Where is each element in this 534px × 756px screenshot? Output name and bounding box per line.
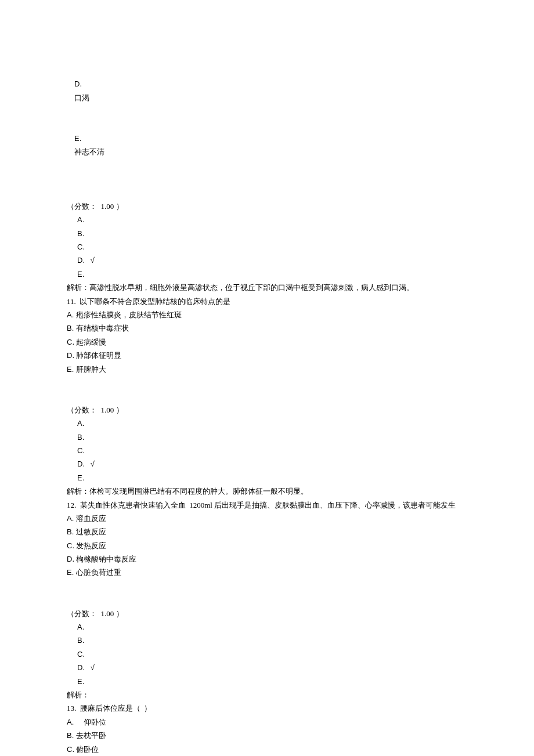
option-text: 口渴 xyxy=(74,93,89,102)
answer-e: E. xyxy=(67,267,467,281)
option-a: A. 疱疹性结膜炎，皮肤结节性红斑 xyxy=(67,308,467,321)
blank-line xyxy=(67,593,467,606)
blank-line xyxy=(67,389,467,403)
answer-c: C. xyxy=(67,240,467,254)
question-12: 12. 某失血性休克患者快速输入全血 1200ml 后出现手足抽搐、皮肤黏膜出血… xyxy=(67,498,467,702)
blank-line xyxy=(67,376,467,389)
option-b: B. 过敏反应 xyxy=(67,525,467,538)
option-letter: E. xyxy=(74,134,81,143)
blank-line xyxy=(67,580,467,593)
option-a: A. 溶血反应 xyxy=(67,512,467,525)
question-13: 13. 腰麻后体位应是（ ） A. 仰卧位 B. 去枕平卧 C. 俯卧位 D. … xyxy=(67,701,467,756)
answer-a: A. xyxy=(67,213,467,226)
question-11: 11. 以下哪条不符合原发型肺结核的临床特点的是 A. 疱疹性结膜炎，皮肤结节性… xyxy=(67,295,467,498)
option-c: C. 起病缓慢 xyxy=(67,335,467,349)
option-a: A. 仰卧位 xyxy=(67,715,467,729)
question-10-tail: D. 口渴 E. 神志不清 （分数： 1.00 ） A. B. C. D. √ … xyxy=(67,64,467,295)
question-stem: 11. 以下哪条不符合原发型肺结核的临床特点的是 xyxy=(67,295,467,308)
option-e: E. 心脏负荷过重 xyxy=(67,566,467,579)
answer-c: C. xyxy=(67,444,467,457)
blank-line xyxy=(67,186,467,200)
answer-c: C. xyxy=(67,648,467,661)
option-e: E. 神志不清 xyxy=(67,118,467,173)
option-letter: D. xyxy=(74,79,82,88)
option-b: B. 有结核中毒症状 xyxy=(67,321,467,335)
option-d: D. 口渴 xyxy=(67,64,467,118)
score-line: （分数： 1.00 ） xyxy=(67,200,467,213)
option-d: D. 枸橼酸钠中毒反应 xyxy=(67,552,467,566)
explanation: 解析：高渗性脱水早期，细胞外液呈高渗状态，位于视丘下部的口渴中枢受到高渗刺激，病… xyxy=(67,281,467,294)
option-b: B. 去枕平卧 xyxy=(67,729,467,742)
answer-a: A. xyxy=(67,417,467,430)
score-line: （分数： 1.00 ） xyxy=(67,607,467,620)
answer-e: E. xyxy=(67,675,467,688)
question-stem: 13. 腰麻后体位应是（ ） xyxy=(67,701,467,715)
option-text: 神志不清 xyxy=(74,147,104,156)
answer-b: B. xyxy=(67,227,467,240)
score-line: （分数： 1.00 ） xyxy=(67,403,467,417)
option-e: E. 肝脾肿大 xyxy=(67,363,467,376)
answer-d: D. √ xyxy=(67,661,467,674)
answer-b: B. xyxy=(67,431,467,444)
answer-e: E. xyxy=(67,471,467,484)
explanation: 解析：体检可发现周围淋巴结有不同程度的肿大。肺部体征一般不明显。 xyxy=(67,484,467,498)
answer-d: D. √ xyxy=(67,254,467,267)
explanation: 解析： xyxy=(67,688,467,701)
blank-line xyxy=(67,172,467,186)
option-c: C. 俯卧位 xyxy=(67,743,467,756)
option-c: C. 发热反应 xyxy=(67,539,467,552)
option-d: D. 肺部体征明显 xyxy=(67,349,467,362)
answer-a: A. xyxy=(67,620,467,634)
answer-b: B. xyxy=(67,634,467,647)
answer-d: D. √ xyxy=(67,457,467,471)
question-stem: 12. 某失血性休克患者快速输入全血 1200ml 后出现手足抽搐、皮肤黏膜出血… xyxy=(67,498,467,512)
